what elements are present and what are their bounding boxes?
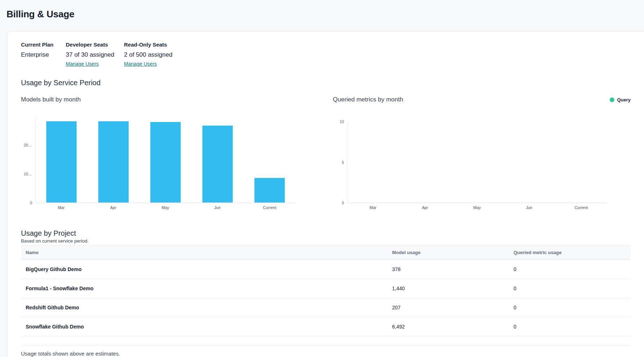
table-empty-row	[21, 336, 631, 346]
models-chart-x-axis: MarAprMayJunCurrent	[35, 205, 296, 210]
models-built-chart: Models built by month 010…20… MarAprMayJ…	[21, 96, 296, 210]
current-plan-value: Enterprise	[21, 51, 66, 58]
queried-metric-usage-value: 0	[514, 266, 631, 272]
usage-estimate-note: Usage totals shown above are estimates.	[21, 351, 631, 357]
project-name: Snowflake Github Demo	[21, 324, 392, 330]
metrics-chart-title: Queried metrics by month	[333, 96, 403, 103]
x-axis-label: Mar	[35, 205, 87, 210]
usage-by-project-heading: Usage by Project	[21, 229, 631, 238]
metrics-chart-plot	[347, 122, 607, 203]
x-axis-label: Jun	[192, 205, 244, 210]
developer-seats-label: Developer Seats	[66, 42, 124, 48]
x-axis-label: Current	[555, 205, 607, 210]
x-axis-label: Apr	[87, 205, 139, 210]
current-plan-block: Current Plan Enterprise	[21, 42, 66, 67]
x-axis-label: Apr	[399, 205, 451, 210]
x-axis-label: Current	[244, 205, 296, 210]
manage-users-link-readonly[interactable]: Manage Users	[124, 61, 157, 67]
queried-metrics-chart: Queried metrics by month Query 0510 MarA…	[333, 96, 631, 210]
project-name: Formula1 - Snowflake Demo	[21, 286, 392, 291]
models-chart-body: 010…20…	[21, 116, 296, 203]
current-plan-label: Current Plan	[21, 42, 66, 48]
read-only-seats-value: 2 of 500 assigned	[124, 51, 203, 58]
model-usage-value: 1,440	[392, 286, 514, 291]
queried-metric-usage-value: 0	[514, 324, 631, 330]
queried-metric-usage-value: 0	[514, 305, 631, 310]
models-chart-header: Models built by month	[21, 96, 296, 104]
usage-table-body: BigQuery Github Demo3780Formula1 - Snowf…	[21, 260, 631, 336]
column-header-name: Name	[21, 250, 392, 255]
x-axis-label: Mar	[347, 205, 399, 210]
project-name: Redshift Github Demo	[21, 305, 392, 310]
model-usage-value: 207	[392, 305, 514, 310]
models-chart-title: Models built by month	[21, 96, 81, 103]
y-axis-tick: 10	[340, 119, 344, 124]
model-usage-value: 6,492	[392, 324, 514, 330]
queried-metric-usage-value: 0	[514, 286, 631, 291]
table-row: Redshift Github Demo2070	[21, 298, 631, 317]
table-row: BigQuery Github Demo3780	[21, 260, 631, 279]
bar-apr	[98, 121, 129, 203]
read-only-seats-label: Read-Only Seats	[124, 42, 203, 48]
column-header-queried-metric-usage: Queried metric usage	[514, 250, 631, 255]
y-axis-tick: 0	[30, 200, 32, 205]
page-title: Billing & Usage	[7, 9, 644, 20]
page-header: Billing & Usage	[0, 0, 644, 31]
read-only-seats-block: Read-Only Seats 2 of 500 assigned Manage…	[124, 42, 203, 67]
manage-users-link-developer[interactable]: Manage Users	[66, 61, 99, 67]
metrics-chart-header: Queried metrics by month Query	[333, 96, 631, 104]
models-chart-plot	[35, 116, 296, 203]
usage-table-header-row: Name Model usage Queried metric usage	[21, 245, 631, 260]
query-legend-label: Query	[617, 97, 631, 103]
y-axis-tick: 10…	[24, 171, 32, 177]
table-row: Formula1 - Snowflake Demo1,4400	[21, 279, 631, 298]
developer-seats-block: Developer Seats 37 of 30 assigned Manage…	[66, 42, 124, 67]
y-axis-tick: 0	[342, 200, 344, 205]
column-header-model-usage: Model usage	[392, 250, 514, 255]
y-axis-tick: 5	[342, 160, 344, 165]
bar-may	[150, 122, 181, 203]
y-axis-tick: 20…	[24, 143, 32, 148]
metrics-chart-y-axis: 0510	[333, 122, 347, 203]
query-legend-dot-icon	[610, 97, 614, 102]
metrics-chart-x-axis: MarAprMayJunCurrent	[347, 205, 607, 210]
usage-by-service-period-heading: Usage by Service Period	[21, 78, 631, 87]
charts-row: Models built by month 010…20… MarAprMayJ…	[21, 96, 631, 210]
query-legend-item[interactable]: Query	[610, 97, 631, 103]
project-name: BigQuery Github Demo	[21, 266, 392, 272]
developer-seats-value: 37 of 30 assigned	[66, 51, 124, 58]
table-row: Snowflake Github Demo6,4920	[21, 317, 631, 336]
bar-mar	[46, 121, 77, 203]
x-axis-label: May	[139, 205, 191, 210]
billing-card: Current Plan Enterprise Developer Seats …	[7, 31, 644, 357]
models-chart-y-axis: 010…20…	[21, 116, 35, 203]
metrics-chart-body: 0510	[333, 122, 631, 203]
x-axis-label: Jun	[503, 205, 555, 210]
usage-by-project-subtitle: Based on current service period.	[21, 238, 631, 244]
x-axis-label: May	[451, 205, 503, 210]
model-usage-value: 378	[392, 266, 514, 272]
bar-jun	[202, 126, 233, 203]
bar-current	[254, 178, 285, 203]
plan-summary: Current Plan Enterprise Developer Seats …	[21, 42, 631, 67]
usage-table: Name Model usage Queried metric usage Bi…	[21, 245, 631, 346]
